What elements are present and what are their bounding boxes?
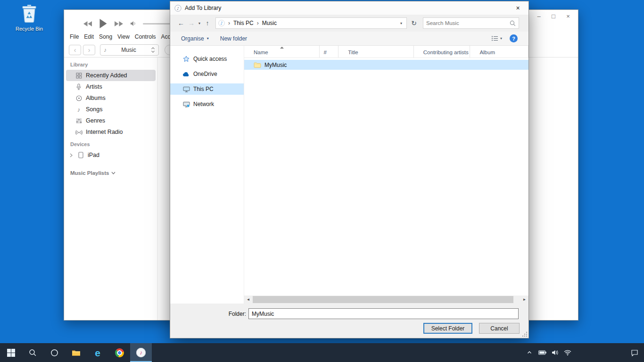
- new-folder-label: New folder: [220, 35, 247, 42]
- library-item-artists[interactable]: Artists: [66, 81, 156, 92]
- breadcrumb-this-pc[interactable]: This PC: [233, 20, 254, 26]
- file-row-mymusic[interactable]: MyMusic: [244, 60, 528, 70]
- column-label: Name: [254, 49, 268, 55]
- library-item-songs[interactable]: ♪Songs: [66, 104, 156, 115]
- music-playlists-header[interactable]: Music Playlists: [70, 170, 157, 176]
- view-toggle-button[interactable]: ▾: [491, 35, 502, 41]
- tray-hidden-icons[interactable]: [525, 343, 534, 362]
- scrollbar-track[interactable]: [252, 296, 520, 304]
- close-button[interactable]: ×: [565, 13, 571, 20]
- itunes-nav-row: ‹ › ♪ Music: [69, 44, 183, 56]
- music-playlists-label: Music Playlists: [70, 170, 109, 176]
- column-headers: Name#TitleContributing artistsAlbum: [244, 46, 528, 58]
- forward-button[interactable]: ›: [83, 45, 95, 55]
- horizontal-scrollbar[interactable]: ◄ ►: [244, 296, 528, 304]
- trayup-icon: [527, 350, 532, 355]
- dialog-footer: Folder: Select Folder Cancel: [170, 304, 528, 338]
- tray-network[interactable]: [563, 343, 572, 362]
- cortana-icon: [50, 349, 58, 357]
- media-kind-selector[interactable]: ♪ Music: [100, 44, 159, 56]
- column-header-album[interactable]: Album: [470, 46, 528, 58]
- address-dropdown-icon[interactable]: ▾: [400, 21, 404, 25]
- previous-track-button[interactable]: [83, 21, 92, 27]
- library-item-genres[interactable]: Genres: [66, 115, 156, 126]
- maximize-button[interactable]: □: [550, 13, 557, 20]
- nav-item-quick-access[interactable]: Quick access: [170, 53, 244, 65]
- play-button[interactable]: [99, 18, 107, 29]
- cancel-button[interactable]: Cancel: [479, 323, 520, 334]
- search-input[interactable]: [426, 20, 510, 26]
- column-header-number[interactable]: #: [320, 46, 339, 58]
- breadcrumb-separator: ›: [225, 20, 233, 26]
- minimize-button[interactable]: –: [536, 13, 542, 20]
- folder-input[interactable]: [248, 308, 519, 319]
- volume-icon: [130, 21, 136, 26]
- column-header-contributing-artists[interactable]: Contributing artists: [414, 46, 471, 58]
- file-list: Name#TitleContributing artistsAlbum MyMu…: [244, 46, 528, 296]
- taskbar-itunes[interactable]: ♪: [130, 343, 152, 362]
- taskbar-cortana[interactable]: [43, 343, 65, 362]
- menu-controls[interactable]: Controls: [135, 33, 156, 41]
- itunes-sidebar-divider: [157, 57, 158, 320]
- scroll-right-icon[interactable]: ►: [520, 296, 528, 304]
- tray-volume[interactable]: [550, 343, 560, 362]
- refresh-button[interactable]: ↻: [409, 19, 419, 27]
- library-item-albums[interactable]: Albums: [66, 92, 156, 104]
- select-folder-button[interactable]: Select Folder: [423, 323, 472, 334]
- column-header-name[interactable]: Name: [244, 46, 320, 58]
- search-box[interactable]: [423, 17, 519, 29]
- nav-item-this-pc[interactable]: This PC: [170, 83, 244, 95]
- taskbar-file-explorer[interactable]: [65, 343, 87, 362]
- taskbar-internet-explorer[interactable]: e: [87, 343, 108, 362]
- menu-edit[interactable]: Edit: [84, 33, 94, 41]
- mic-icon: [74, 83, 83, 90]
- recent-locations-button[interactable]: ▾: [197, 21, 202, 25]
- media-kind-label: Music: [109, 47, 148, 53]
- library-item-internet-radio[interactable]: Internet Radio: [66, 126, 156, 138]
- address-bar[interactable]: ♪›This PC›Music▾: [215, 17, 407, 29]
- taskbar-start[interactable]: [0, 343, 22, 362]
- address-row: ← → ▾ ↑ ♪›This PC›Music▾ ↻: [170, 15, 528, 32]
- device-ipad[interactable]: iPad: [66, 149, 156, 161]
- action-center-button[interactable]: [631, 343, 638, 362]
- chevron-down-icon: [111, 172, 116, 174]
- nav-item-network[interactable]: Network: [170, 99, 244, 110]
- nav-back-button[interactable]: ←: [176, 19, 186, 27]
- scroll-left-icon[interactable]: ◄: [244, 296, 252, 304]
- star-icon: [182, 56, 190, 62]
- dialog-title: Add To Library: [185, 5, 221, 11]
- nav-item-onedrive[interactable]: OneDrive: [170, 68, 244, 80]
- help-button[interactable]: ?: [510, 34, 518, 42]
- album-icon: [74, 95, 83, 101]
- breadcrumb-separator: ›: [254, 20, 262, 26]
- menu-song[interactable]: Song: [99, 33, 112, 41]
- taskbar-chrome[interactable]: [108, 343, 130, 362]
- network-icon: [182, 101, 190, 107]
- back-button[interactable]: ‹: [69, 45, 81, 55]
- column-header-title[interactable]: Title: [339, 46, 413, 58]
- nav-forward-button[interactable]: →: [186, 19, 197, 27]
- file-rows: MyMusic: [244, 58, 528, 296]
- recycle-bin[interactable]: Recycle Bin: [12, 4, 46, 32]
- recent-icon: [74, 73, 83, 79]
- svg-text:♪: ♪: [220, 21, 223, 25]
- tray-battery[interactable]: [537, 343, 547, 362]
- taskbar: e♪: [0, 343, 644, 362]
- cloud-icon: [182, 72, 190, 77]
- column-label: Contributing artists: [423, 49, 469, 55]
- resize-grip[interactable]: [522, 331, 528, 337]
- up-one-level-button[interactable]: ↑: [202, 19, 213, 27]
- library-item-recently-added[interactable]: Recently Added: [66, 70, 156, 81]
- dialog-close-button[interactable]: ×: [507, 1, 528, 15]
- new-folder-button[interactable]: New folder: [220, 35, 247, 42]
- breadcrumb-music[interactable]: Music: [262, 20, 277, 26]
- scrollbar-thumb[interactable]: [253, 296, 513, 303]
- organise-button[interactable]: Organise ▾: [181, 35, 209, 42]
- music-note-icon: ♪: [104, 47, 107, 53]
- list-view-icon: [491, 35, 498, 41]
- library-item-label: Albums: [86, 95, 106, 101]
- taskbar-search[interactable]: [22, 343, 43, 362]
- menu-file[interactable]: File: [70, 33, 79, 41]
- next-track-button[interactable]: [114, 21, 124, 27]
- menu-view[interactable]: View: [117, 33, 130, 41]
